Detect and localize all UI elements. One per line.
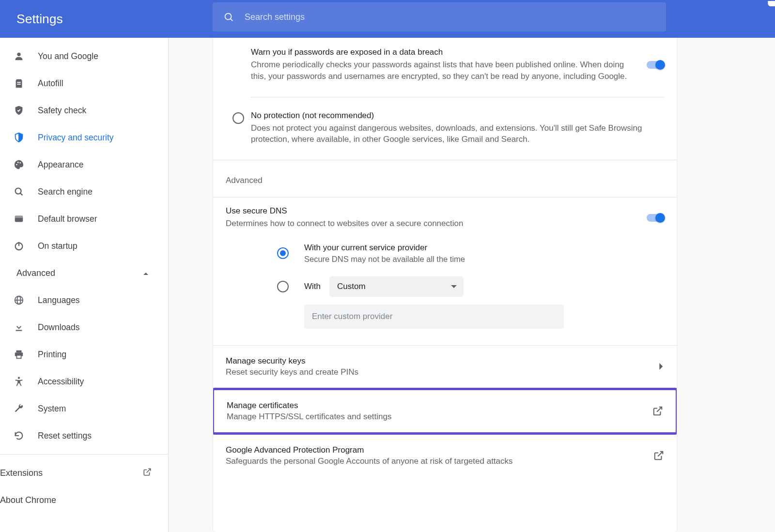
setting-title: Warn you if passwords are exposed in a d…: [251, 47, 635, 57]
setting-breach-warning: Warn you if passwords are exposed in a d…: [213, 38, 677, 82]
link-manage-security-keys[interactable]: Manage security keys Reset security keys…: [213, 345, 677, 388]
radio-custom-provider[interactable]: [277, 281, 289, 292]
svg-point-21: [18, 377, 20, 379]
sidebar-item-label: Reset settings: [38, 431, 92, 441]
sidebar-item-label: Autofill: [38, 78, 63, 89]
sidebar-item-label: You and Google: [38, 51, 98, 61]
select-value: Custom: [337, 282, 366, 291]
sidebar-item-printing[interactable]: Printing: [0, 341, 168, 368]
link-title: Manage security keys: [226, 356, 659, 366]
external-link-icon: [143, 468, 152, 478]
sidebar-item-languages[interactable]: Languages: [0, 287, 168, 314]
svg-rect-4: [17, 84, 20, 85]
sidebar-item-label: Printing: [38, 350, 66, 360]
sidebar-item-search-engine[interactable]: Search engine: [0, 178, 168, 205]
sidebar-item-accessibility[interactable]: Accessibility: [0, 368, 168, 395]
content-area: Warn you if passwords are exposed in a d…: [169, 38, 775, 532]
download-icon: [14, 322, 38, 333]
sidebar-item-label: Appearance: [38, 160, 83, 170]
dns-option-current-provider[interactable]: With your current service provider Secur…: [213, 243, 677, 264]
svg-point-8: [16, 188, 21, 194]
sidebar-advanced-label: Advanced: [16, 268, 55, 278]
link-manage-certificates[interactable]: Manage certificates Manage HTTPS/SSL cer…: [214, 390, 676, 432]
printer-icon: [14, 349, 38, 360]
highlight-manage-certificates: Manage certificates Manage HTTPS/SSL cer…: [213, 388, 677, 435]
app-header: Settings: [0, 0, 775, 38]
sidebar-item-you-and-google[interactable]: You and Google: [0, 43, 168, 70]
shield-icon: [14, 132, 38, 143]
search-icon: [223, 12, 234, 22]
breach-warning-toggle[interactable]: [647, 60, 664, 70]
search-icon: [14, 186, 38, 197]
link-title: Manage certificates: [227, 401, 652, 410]
globe-icon: [14, 295, 38, 305]
svg-rect-3: [17, 82, 20, 83]
custom-provider-input[interactable]: [304, 304, 564, 329]
dns-provider-select[interactable]: Custom: [329, 276, 464, 297]
svg-line-1: [231, 19, 232, 21]
sidebar-item-appearance[interactable]: Appearance: [0, 151, 168, 178]
secure-dns-toggle[interactable]: [647, 213, 664, 223]
settings-panel: Warn you if passwords are exposed in a d…: [213, 38, 677, 532]
sidebar-item-label: Languages: [38, 295, 80, 305]
safety-check-icon: [14, 105, 38, 116]
chevron-right-icon: [659, 363, 664, 370]
scrollbar[interactable]: [768, 1, 775, 6]
sidebar-item-extensions[interactable]: Extensions: [0, 459, 168, 486]
svg-rect-18: [16, 350, 22, 353]
sidebar-item-label: Privacy and security: [38, 133, 114, 143]
svg-line-24: [658, 452, 663, 456]
sidebar-item-label: Search engine: [38, 187, 93, 197]
radio-current-provider[interactable]: [277, 247, 289, 259]
sidebar-item-downloads[interactable]: Downloads: [0, 314, 168, 341]
svg-line-9: [20, 193, 22, 195]
option-title: No protection (not recommended): [251, 111, 664, 121]
sidebar-item-autofill[interactable]: Autofill: [0, 70, 168, 97]
link-description: Safeguards the personal Google Accounts …: [226, 456, 653, 466]
sidebar: You and Google Autofill Safety check Pri…: [0, 38, 169, 532]
autofill-icon: [14, 78, 38, 89]
reset-icon: [14, 430, 38, 441]
svg-line-23: [657, 407, 662, 412]
section-heading-advanced: Advanced: [213, 160, 677, 197]
sidebar-item-reset-settings[interactable]: Reset settings: [0, 422, 168, 449]
setting-secure-dns: Use secure DNS Determines how to connect…: [213, 198, 677, 229]
sidebar-item-default-browser[interactable]: Default browser: [0, 205, 168, 232]
svg-rect-20: [16, 355, 21, 358]
option-description: Does not protect you against dangerous w…: [251, 122, 664, 146]
svg-point-6: [17, 162, 19, 163]
sidebar-item-about-chrome[interactable]: About Chrome: [0, 486, 168, 514]
external-link-icon: [653, 450, 664, 461]
link-advanced-protection[interactable]: Google Advanced Protection Program Safeg…: [213, 435, 677, 477]
accessibility-icon: [14, 376, 38, 387]
sidebar-item-on-startup[interactable]: On startup: [0, 232, 168, 259]
person-icon: [14, 51, 38, 61]
dns-option-custom[interactable]: With Custom: [213, 276, 677, 297]
sidebar-item-label: Extensions: [0, 468, 43, 478]
radio-no-protection[interactable]: [232, 112, 244, 124]
chevron-up-icon: [143, 269, 149, 277]
wrench-icon: [14, 403, 38, 414]
palette-icon: [14, 159, 38, 170]
svg-rect-17: [16, 330, 22, 331]
option-title: With your current service provider: [304, 243, 664, 253]
svg-point-7: [19, 162, 21, 164]
svg-rect-11: [15, 216, 23, 218]
search-input[interactable]: [234, 12, 666, 22]
chevron-down-icon: [451, 285, 457, 288]
svg-line-22: [147, 469, 151, 472]
search-container[interactable]: [213, 2, 666, 31]
link-description: Reset security keys and create PINs: [226, 367, 659, 377]
sidebar-item-system[interactable]: System: [0, 395, 168, 422]
link-title: Google Advanced Protection Program: [226, 445, 653, 455]
sidebar-item-label: System: [38, 404, 66, 414]
sidebar-item-safety-check[interactable]: Safety check: [0, 97, 168, 124]
with-label: With: [304, 282, 321, 291]
custom-provider-input-wrap: [213, 304, 677, 329]
option-no-protection[interactable]: No protection (not recommended) Does not…: [213, 97, 677, 160]
sidebar-item-privacy-security[interactable]: Privacy and security: [0, 124, 168, 151]
setting-title: Use secure DNS: [226, 206, 635, 216]
sidebar-advanced-toggle[interactable]: Advanced: [0, 259, 168, 287]
svg-point-5: [16, 164, 17, 166]
sidebar-item-label: About Chrome: [0, 495, 56, 505]
